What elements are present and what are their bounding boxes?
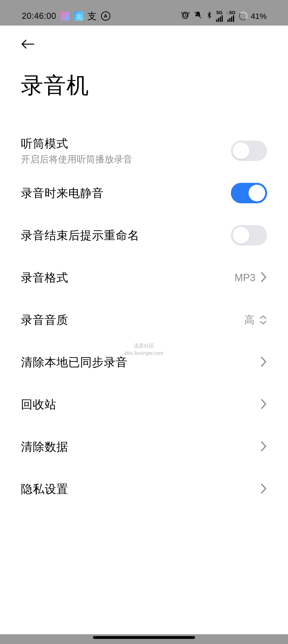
row-title: 清除本地已同步录音 <box>21 354 128 370</box>
row-title: 回收站 <box>21 397 56 412</box>
mute-icon <box>193 10 202 22</box>
signal-1: 5G <box>216 10 223 22</box>
row-title: 录音时来电静音 <box>21 186 104 201</box>
row-rename-prompt[interactable]: 录音结束后提示重命名 <box>21 214 267 256</box>
status-left: 20:46:00 云 支 A <box>22 10 110 22</box>
page-title: 录音机 <box>21 51 267 107</box>
back-button[interactable] <box>21 46 34 50</box>
row-title: 录音格式 <box>21 270 68 286</box>
app-content: 录音机 听筒模式 开启后将使用听筒播放录音 录音时来电静音 录音 <box>0 26 288 634</box>
chevron-right-icon <box>260 483 267 495</box>
row-title: 录音结束后提示重命名 <box>21 228 139 243</box>
row-title: 清除数据 <box>21 439 68 455</box>
row-title: 录音音质 <box>21 312 68 328</box>
alarm-icon <box>181 10 190 22</box>
chevron-right-icon <box>260 272 267 284</box>
ad-block-icon: A <box>101 12 110 21</box>
row-clear-synced[interactable]: 清除本地已同步录音 <box>21 341 267 383</box>
row-title: 听筒模式 <box>21 136 132 152</box>
row-recycle-bin[interactable]: 回收站 <box>21 383 267 426</box>
up-down-icon <box>259 315 267 325</box>
app-icon-2: 云 <box>74 12 83 21</box>
signal-bars-icon <box>228 15 234 22</box>
row-title: 隐私设置 <box>21 481 68 497</box>
row-earpiece-mode[interactable]: 听筒模式 开启后将使用听筒播放录音 <box>21 130 267 172</box>
chevron-right-icon <box>260 441 267 453</box>
chevron-right-icon <box>260 356 267 368</box>
alipay-icon: 支 <box>87 10 97 22</box>
loading-spinner-icon <box>239 12 248 20</box>
row-value: 高 <box>244 313 254 327</box>
row-privacy[interactable]: 隐私设置 <box>21 468 267 510</box>
signal-2: ↑↓5G <box>226 10 236 22</box>
battery-percent: 41% <box>251 12 267 21</box>
row-recording-format[interactable]: 录音格式 MP3 <box>21 256 267 299</box>
signal-bars-icon <box>216 15 223 22</box>
toggle-earpiece-mode[interactable] <box>231 140 267 161</box>
status-time: 20:46:00 <box>22 11 56 21</box>
row-recording-quality[interactable]: 录音音质 高 <box>21 299 267 341</box>
bluetooth-icon <box>206 10 213 22</box>
status-right: 5G ↑↓5G 41% <box>181 10 267 22</box>
toggle-mute-incoming-call[interactable] <box>231 183 267 203</box>
app-icon-1 <box>60 12 70 21</box>
gesture-bar[interactable] <box>93 636 195 639</box>
row-clear-data[interactable]: 清除数据 <box>21 426 267 468</box>
row-value: MP3 <box>234 272 256 284</box>
chevron-right-icon <box>260 398 267 410</box>
status-bar: 20:46:00 云 支 A 5G ↑↓5G <box>0 6 288 26</box>
row-subtitle: 开启后将使用听筒播放录音 <box>21 153 132 166</box>
row-mute-incoming-call[interactable]: 录音时来电静音 <box>21 172 267 214</box>
toggle-rename-prompt[interactable] <box>231 225 267 246</box>
